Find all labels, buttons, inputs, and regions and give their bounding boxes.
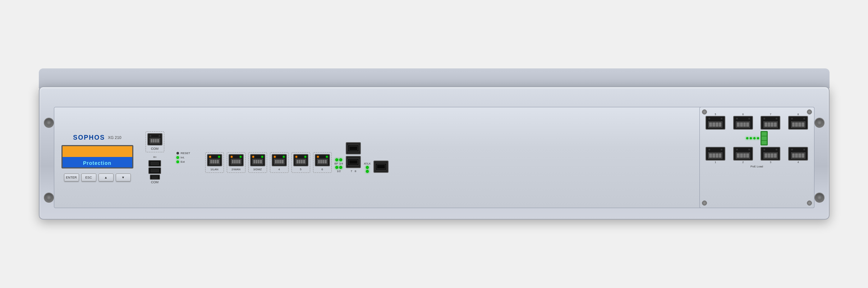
- brand-section: SOPHOS XG 210 Protection ENTER ESC: [61, 134, 133, 181]
- lan-label: 1/LAN: [210, 168, 218, 171]
- sfp-section: 7 8: [346, 142, 361, 173]
- dmz-connector: [252, 159, 263, 165]
- poe6-connector: [736, 121, 750, 128]
- poe-port-3: [761, 147, 780, 161]
- com-usb-section: COM ⇐ COM: [141, 131, 169, 184]
- poe-port-6-leds: [736, 118, 750, 120]
- poe5-led-right: [721, 118, 722, 120]
- port6-label: 6: [321, 168, 323, 171]
- lcd-top: [63, 146, 132, 157]
- poe3-led-right: [776, 149, 777, 150]
- pin: [157, 139, 159, 143]
- wan-connector: [231, 159, 242, 165]
- poe-port-2-leds: [736, 149, 750, 150]
- reset-indicator: RESET: [176, 152, 198, 155]
- dmz-label: 3/DMZ: [253, 168, 262, 171]
- port5: [293, 154, 308, 166]
- poe7-led-right: [776, 118, 777, 120]
- port4-led-left: [274, 156, 276, 158]
- poe-port-7-label: 7: [770, 113, 771, 116]
- dmz-led-right: [261, 156, 263, 158]
- poe2-led-left: [736, 149, 738, 150]
- dmz-port-group: 3/DMZ: [248, 152, 267, 173]
- network-ports-section: 1/LAN: [205, 142, 389, 173]
- usb-inner-1: [151, 162, 159, 165]
- poe-port-8-wrapper: 8: [785, 113, 811, 130]
- poe2-connector: [736, 152, 750, 159]
- lan-led-left: [209, 156, 211, 158]
- model-name: XG 210: [108, 135, 121, 140]
- dmz-led-left: [252, 156, 254, 158]
- sfp-inner-7b: [375, 163, 387, 170]
- com-label: COM: [151, 147, 159, 150]
- poe2-led-right: [748, 149, 750, 150]
- int-indicator: Int.: [176, 156, 198, 159]
- poe-port-8: [788, 116, 808, 130]
- poe-port-5: [706, 116, 725, 130]
- poe-port-4-label: 4: [798, 161, 799, 163]
- dmz-port-leds: [252, 156, 263, 158]
- bp-leds-top: [335, 158, 342, 161]
- poe-module: 5 6: [699, 107, 814, 208]
- indicators-section: RESET Int. Ext: [176, 152, 198, 163]
- device-chassis: SOPHOS XG 210 Protection ENTER ESC: [39, 68, 830, 220]
- port4-led-right: [283, 156, 285, 158]
- poe-port-3-leds: [763, 149, 777, 150]
- pin: [153, 139, 155, 143]
- wan-port: [229, 154, 244, 166]
- poe1-led-left: [708, 149, 710, 150]
- poe7-connector: [763, 121, 778, 128]
- poe-port-7-leds: [763, 118, 777, 120]
- poe-port-1-wrapper: 1: [703, 147, 729, 163]
- usb-port-2: [148, 167, 161, 174]
- reset-label: RESET: [181, 152, 190, 155]
- bp-section: BP 3/4 1/2: [335, 158, 343, 173]
- port4: [272, 154, 287, 166]
- poe-port-4: [788, 147, 808, 161]
- poe-load-label: PoE Load: [750, 165, 763, 168]
- int-led: [176, 156, 179, 159]
- bp-label: BP 3/4: [335, 162, 343, 165]
- poe6-led-left: [736, 118, 738, 120]
- mount-hole-top-left: [44, 118, 54, 128]
- wan-port-leds: [231, 156, 242, 158]
- lcd-text: Protection: [83, 160, 111, 166]
- bp-led-3: [335, 166, 338, 169]
- down-button[interactable]: ▼: [116, 174, 131, 181]
- poe-port-7: [761, 116, 780, 130]
- enter-button[interactable]: ENTER: [64, 174, 79, 181]
- sfp-inner-7: [348, 145, 359, 152]
- esc-button[interactable]: ESC: [81, 174, 96, 181]
- poe-port-6-wrapper: 6: [730, 113, 756, 130]
- control-buttons: ENTER ESC ▲ ▼: [64, 174, 131, 181]
- sfp-port-8: [346, 156, 361, 168]
- lan-port-group: 1/LAN: [205, 152, 224, 173]
- mount-hole-bottom-right: [814, 193, 825, 203]
- poe-port-4-leds: [791, 149, 805, 150]
- usb-inner-2: [151, 169, 159, 172]
- lan-connector: [209, 159, 220, 165]
- poe-port-2: [733, 147, 753, 161]
- poe-port-3-wrapper: 3: [758, 147, 784, 163]
- wan-led-left: [231, 156, 233, 158]
- hdmi-inner: [151, 176, 159, 179]
- port5-connector: [295, 159, 306, 165]
- poe4-led-right: [803, 149, 805, 150]
- reset-led: [176, 152, 179, 154]
- com-connector: [150, 138, 160, 144]
- port4-connector: [274, 159, 285, 165]
- poe-leds-row: [746, 131, 768, 145]
- poe-port-1-leds: [708, 149, 722, 150]
- poe-port-1: [706, 147, 725, 161]
- bp-label2: 1/2: [337, 170, 341, 173]
- pin: [151, 139, 152, 143]
- up-button[interactable]: ▲: [98, 174, 114, 181]
- wan-label: 2/WAN: [231, 168, 240, 171]
- lan-port: [207, 154, 222, 166]
- port4-group: 4: [270, 152, 289, 173]
- poe5-connector: [708, 121, 722, 128]
- poe-port-6: [733, 116, 753, 130]
- terminal-block: [761, 131, 768, 145]
- port5-led-left: [295, 156, 297, 158]
- poe3-led-left: [763, 149, 765, 150]
